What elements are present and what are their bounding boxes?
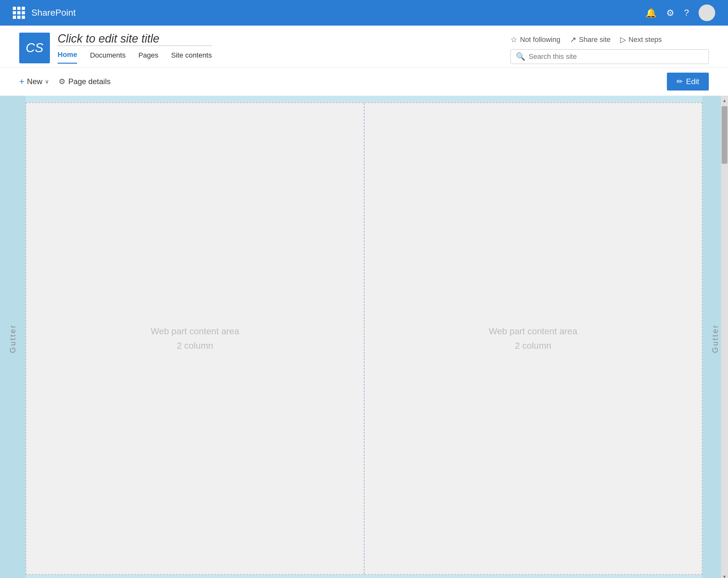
scrollbar[interactable]: ▲ ▼ bbox=[721, 96, 728, 578]
help-icon[interactable]: ? bbox=[684, 8, 689, 18]
gutter-left: Gutter bbox=[0, 96, 26, 578]
gear-icon: ⚙ bbox=[58, 77, 66, 86]
gutter-right-label: Gutter bbox=[711, 324, 720, 353]
edit-label: Edit bbox=[686, 77, 699, 86]
column-1-label: Web part content area2 column bbox=[151, 324, 239, 353]
waffle-menu-icon[interactable] bbox=[13, 7, 25, 19]
nav-item-documents[interactable]: Documents bbox=[90, 51, 125, 63]
avatar[interactable] bbox=[699, 4, 715, 21]
site-title-area: Click to edit site title Home Documents … bbox=[58, 32, 212, 64]
page-content: Gutter Web part content area2 column Web… bbox=[0, 96, 728, 578]
search-input[interactable] bbox=[529, 52, 703, 61]
share-icon: ↗ bbox=[570, 35, 576, 44]
header-actions: ☆ Not following ↗ Share site ▷ Next step… bbox=[511, 35, 709, 44]
column-1[interactable]: Web part content area2 column bbox=[26, 103, 364, 574]
toolbar-left: + New ∨ ⚙ Page details bbox=[19, 76, 110, 87]
next-steps-button[interactable]: ▷ Next steps bbox=[620, 35, 662, 44]
next-steps-icon: ▷ bbox=[620, 35, 626, 44]
notification-icon[interactable]: 🔔 bbox=[645, 8, 657, 18]
share-site-button[interactable]: ↗ Share site bbox=[570, 35, 610, 44]
toolbar: + New ∨ ⚙ Page details ✏ Edit bbox=[0, 68, 728, 96]
scrollbar-thumb[interactable] bbox=[722, 106, 727, 164]
site-header: CS Click to edit site title Home Documen… bbox=[0, 26, 728, 68]
plus-icon: + bbox=[19, 76, 24, 87]
site-nav: Home Documents Pages Site contents bbox=[58, 51, 212, 64]
nav-item-pages[interactable]: Pages bbox=[138, 51, 158, 63]
next-steps-label: Next steps bbox=[628, 35, 662, 44]
nav-item-home[interactable]: Home bbox=[58, 51, 77, 64]
share-site-label: Share site bbox=[579, 35, 610, 44]
header-right: ☆ Not following ↗ Share site ▷ Next step… bbox=[511, 32, 709, 64]
page-details-button[interactable]: ⚙ Page details bbox=[58, 77, 110, 86]
site-header-top: CS Click to edit site title Home Documen… bbox=[19, 32, 709, 64]
chevron-down-icon: ∨ bbox=[45, 78, 49, 85]
site-logo[interactable]: CS bbox=[19, 33, 50, 63]
not-following-button[interactable]: ☆ Not following bbox=[511, 35, 560, 44]
content-area: Web part content area2 column Web part c… bbox=[26, 102, 702, 575]
column-2[interactable]: Web part content area2 column bbox=[364, 103, 702, 574]
new-button[interactable]: + New ∨ bbox=[19, 76, 49, 87]
scrollbar-arrow-down[interactable]: ▼ bbox=[720, 572, 728, 578]
new-label: New bbox=[27, 77, 42, 86]
site-identity: CS Click to edit site title Home Documen… bbox=[19, 32, 212, 64]
scrollbar-arrow-up[interactable]: ▲ bbox=[720, 96, 728, 105]
not-following-label: Not following bbox=[520, 35, 560, 44]
top-bar-right: 🔔 ⚙ ? bbox=[645, 4, 715, 21]
settings-icon[interactable]: ⚙ bbox=[666, 8, 674, 18]
star-icon: ☆ bbox=[511, 35, 517, 44]
top-bar-left: SharePoint bbox=[13, 7, 76, 19]
top-nav-bar: SharePoint 🔔 ⚙ ? bbox=[0, 0, 728, 26]
column-2-label: Web part content area2 column bbox=[489, 324, 577, 353]
nav-item-site-contents[interactable]: Site contents bbox=[171, 51, 212, 63]
site-title[interactable]: Click to edit site title bbox=[58, 32, 212, 46]
edit-button[interactable]: ✏ Edit bbox=[667, 73, 709, 90]
edit-icon: ✏ bbox=[676, 77, 683, 86]
search-box[interactable]: 🔍 bbox=[511, 49, 709, 64]
gutter-left-label: Gutter bbox=[8, 324, 17, 353]
page-details-label: Page details bbox=[68, 77, 110, 86]
app-name: SharePoint bbox=[31, 8, 76, 18]
search-icon: 🔍 bbox=[516, 52, 525, 61]
